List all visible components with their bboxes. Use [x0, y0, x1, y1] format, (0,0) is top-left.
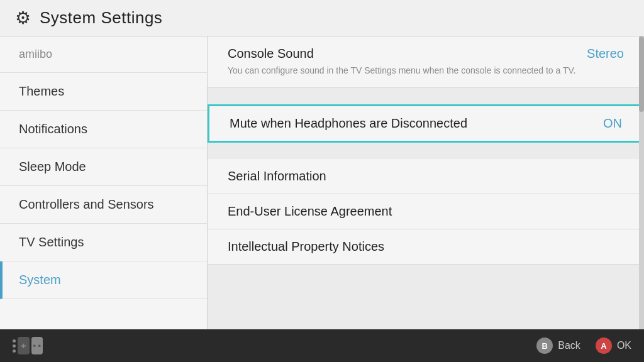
console-sound-desc: You can configure sound in the TV Settin… [228, 65, 575, 77]
sidebar-item-amiibo[interactable]: amiibo [0, 36, 207, 73]
gap-2 [208, 148, 644, 159]
footer: ✚ ● ● B Back A OK [0, 329, 644, 362]
sidebar-item-tv-settings[interactable]: TV Settings [0, 224, 207, 261]
a-button-icon: A [596, 337, 612, 354]
console-sound-label: Console Sound [228, 47, 314, 61]
console-sound-row[interactable]: Console Sound Stereo You can configure s… [208, 36, 644, 88]
sidebar-item-themes[interactable]: Themes [0, 73, 207, 111]
footer-right: B Back A OK [536, 337, 631, 354]
sidebar-item-controllers-sensors[interactable]: Controllers and Sensors [0, 186, 207, 224]
mute-headphones-label: Mute when Headphones are Disconnected [230, 116, 467, 131]
joycon-dot-3 [13, 349, 16, 353]
joycon-dot-2 [13, 344, 16, 348]
sidebar-item-sleep-mode[interactable]: Sleep Mode [0, 148, 207, 186]
sidebar-item-notifications[interactable]: Notifications [0, 111, 207, 148]
serial-information-label: Serial Information [228, 169, 326, 184]
back-label: Back [558, 340, 580, 351]
b-button-icon: B [536, 337, 553, 354]
content-area: Console Sound Stereo You can configure s… [208, 36, 644, 329]
mute-headphones-value: ON [603, 116, 622, 131]
scrollbar-thumb[interactable] [639, 36, 644, 112]
page-title: System Settings [40, 8, 162, 28]
sidebar-item-system[interactable]: System [0, 261, 207, 299]
ip-notices-row[interactable]: Intellectual Property Notices [208, 229, 644, 265]
app-header: ⚙ System Settings [0, 0, 644, 36]
settings-icon: ⚙ [15, 8, 31, 28]
joycon-icon: ✚ ● ● [13, 336, 43, 356]
ok-button[interactable]: A OK [596, 337, 631, 354]
joycon-dot-1 [13, 339, 16, 343]
serial-information-row[interactable]: Serial Information [208, 159, 644, 194]
eula-row[interactable]: End-User License Agreement [208, 194, 644, 229]
content-inner: Console Sound Stereo You can configure s… [208, 36, 644, 265]
ok-label: OK [617, 340, 631, 351]
mute-headphones-row[interactable]: Mute when Headphones are Disconnected ON [208, 104, 644, 143]
back-button[interactable]: B Back [536, 337, 580, 354]
joycon-dots [13, 339, 16, 353]
footer-left: ✚ ● ● [13, 336, 43, 356]
main-layout: amiibo Themes Notifications Sleep Mode C… [0, 36, 644, 329]
joycon-right: ● ● [31, 337, 43, 354]
ip-notices-label: Intellectual Property Notices [228, 239, 384, 254]
gap-1 [208, 88, 644, 99]
console-sound-value: Stereo [587, 47, 624, 61]
sidebar: amiibo Themes Notifications Sleep Mode C… [0, 36, 208, 329]
eula-label: End-User License Agreement [228, 204, 392, 219]
scrollbar-track[interactable] [639, 36, 644, 329]
joycon-left: ✚ [18, 337, 30, 354]
